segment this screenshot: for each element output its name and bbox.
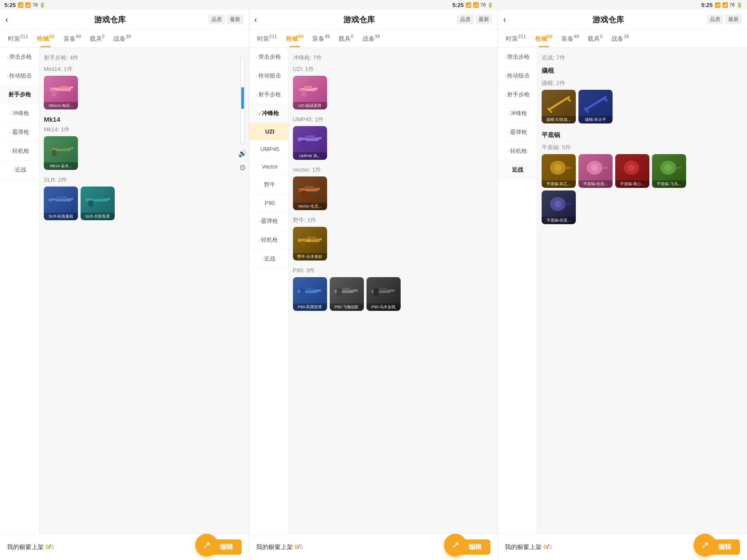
sidebar-p2-melee[interactable]: ›近战 (249, 250, 288, 268)
battery-3: 🔋 (736, 2, 743, 8)
sidebar-p2-assault[interactable]: ›突击步枪 (249, 48, 288, 67)
tab-panel3-supply[interactable]: 战备39 (607, 29, 633, 47)
sidebar-p2-uzi[interactable]: UZI (249, 123, 288, 141)
settings-icon[interactable]: ⚙ (239, 163, 246, 173)
chevron-right-icon: › (13, 168, 14, 173)
gun-card-uzi[interactable]: UZI-硫磺庞窟 (293, 76, 327, 109)
sidebar-p3-lmg[interactable]: ›轻机枪 (498, 142, 537, 161)
panel-1-main: 射手步枪: 4件 Mini14: 1件 (39, 48, 249, 534)
gun-card-name-pan5: 平底锅-缤英... (542, 217, 576, 224)
svg-point-63 (628, 164, 635, 171)
gun-card-img-pan2 (578, 154, 613, 180)
panel-3-back-btn[interactable]: ‹ (503, 14, 510, 25)
sidebar-p1-lmg[interactable]: ›轻机枪 (0, 142, 39, 161)
section-p90: P90: 3件 P90-莉藻投弹 (293, 267, 493, 311)
export-btn-3[interactable]: ↗ (694, 534, 716, 556)
sidebar-p3-assault[interactable]: ›突击步枪 (498, 48, 537, 67)
tab-panel1-vehicle[interactable]: 载具0 (85, 29, 109, 47)
tab-panel3-costume[interactable]: 时装211 (501, 29, 530, 47)
tab-panel2-vehicle[interactable]: 载具0 (334, 29, 358, 47)
tab-panel2-guns[interactable]: 枪械56 (282, 29, 308, 47)
sidebar-p2-p90[interactable]: P90 (249, 194, 288, 212)
panel-2-back-btn[interactable]: ‹ (254, 14, 261, 25)
sidebar-p2-vector[interactable]: Vector (249, 158, 288, 176)
tab-panel2-equip[interactable]: 装备49 (308, 29, 334, 47)
sidebar-p2-smg[interactable]: ∨冲锋枪 (249, 104, 288, 123)
volume-icon[interactable]: 🔊 (238, 149, 247, 158)
gun-card-img-uzi (293, 76, 327, 102)
sidebar-p1-bolt[interactable]: ›栓动狙击 (0, 67, 39, 85)
sidebar-p3-bolt[interactable]: ›栓动狙击 (498, 67, 537, 85)
tab-panel2-supply[interactable]: 战备39 (358, 29, 384, 47)
panel-1-footer: 我的橱窗上架 0/5 ↗ 编辑 (0, 534, 249, 560)
panel-3-sidebar: ›突击步枪 ›栓动狙击 ›射手步枪 ›冲锋枪 ›霰弹枪 ›轻机枪 (498, 48, 537, 534)
sidebar-p3-marksman[interactable]: ›射手步枪 (498, 85, 537, 104)
export-btn-2[interactable]: ↗ (444, 534, 467, 556)
sidebar-p1-assault[interactable]: ›突击步枪 (0, 48, 39, 67)
sidebar-p3-melee[interactable]: 近战 (498, 161, 537, 180)
mini14-grid: Mini14-海训... (44, 76, 244, 109)
sidebar-p3-shotgun[interactable]: ›霰弹枪 (498, 123, 537, 142)
gun-card-p90-2[interactable]: P90-飞魄战影 (330, 277, 364, 311)
status-time-3: 5:25 (701, 2, 713, 8)
gun-card-pan4[interactable]: 平底锅-飞鸟... (652, 154, 686, 188)
gun-card-ump45[interactable]: UMP45 风... (293, 126, 327, 160)
gun-card-img-pan3 (615, 154, 649, 180)
panel-2-sort-newest[interactable]: 最新 (476, 14, 492, 25)
panel-1-back-btn[interactable]: ‹ (5, 14, 12, 25)
gun-card-vector[interactable]: Vector-生态... (293, 176, 327, 210)
panel-1-sort-newest[interactable]: 最新 (227, 14, 243, 25)
sidebar-p2-marksman[interactable]: ›射手步枪 (249, 85, 288, 104)
gun-card-mk14[interactable]: Mk14-朵木... (44, 136, 78, 170)
chevron-right-icon: › (10, 111, 11, 116)
sidebar-p2-lmg[interactable]: ›轻机枪 (249, 231, 288, 250)
gun-card-pan5[interactable]: 平底锅-缤英... (542, 190, 576, 224)
svg-rect-24 (305, 135, 315, 138)
svg-rect-4 (49, 88, 52, 90)
gun-card-crowbar2[interactable]: 撬棍-坏太平 (578, 90, 613, 123)
gun-card-crowbar1[interactable]: 撬棍-幻世战... (542, 90, 576, 123)
svg-rect-31 (298, 189, 301, 191)
panel-2-sort-quality[interactable]: 品质 (457, 14, 474, 25)
crowbar-count: 撬棍: 2件 (542, 79, 743, 87)
svg-point-66 (665, 164, 672, 171)
tab-panel3-guns[interactable]: 枪械56 (531, 29, 557, 47)
gun-card-img-slr1 (44, 187, 78, 213)
sidebar-p2-bolt[interactable]: ›栓动狙击 (249, 67, 288, 85)
gun-card-pan2[interactable]: 平底锅-枯燕... (578, 154, 613, 188)
tab-panel1-guns[interactable]: 枪械56 (32, 29, 59, 47)
sidebar-p2-bison[interactable]: 野牛 (249, 176, 288, 194)
gun-card-slr2[interactable]: SLR-月影氛霏 (81, 187, 115, 220)
gun-card-slr1[interactable]: SLR-枯燕蓬箱 (44, 187, 78, 220)
gun-card-img-pan4 (652, 154, 686, 180)
sidebar-p1-marksman[interactable]: 射手步枪 (0, 85, 39, 104)
panel-3-sort-newest[interactable]: 最新 (725, 14, 742, 25)
export-btn-1[interactable]: ↗ (195, 534, 218, 556)
tab-panel3-vehicle[interactable]: 载具0 (583, 29, 607, 47)
sidebar-p2-shotgun[interactable]: ›霰弹枪 (249, 212, 288, 231)
sidebar-p2-ump45[interactable]: UMP45 (249, 141, 288, 158)
chevron-right-icon: › (7, 74, 8, 78)
sidebar-p1-melee[interactable]: ›近战 (0, 161, 39, 180)
section-mk14: Mk14 Mk14: 1件 (44, 116, 244, 170)
gun-card-pan1[interactable]: 平底锅-坏乙... (542, 154, 576, 188)
svg-line-49 (549, 97, 569, 109)
gun-card-pan3[interactable]: 平底锅-蕉心... (615, 154, 649, 188)
gun-card-p90-3[interactable]: P90-乌木金线 (366, 277, 401, 311)
tab-panel1-costume[interactable]: 时装211 (4, 29, 32, 47)
svg-rect-12 (52, 201, 56, 207)
sidebar-p3-smg[interactable]: ›冲锋枪 (498, 104, 537, 123)
gun-card-bison[interactable]: 野牛-台木食欲 (293, 227, 327, 261)
tab-panel1-equip[interactable]: 装备49 (59, 29, 85, 47)
gun-card-mini14[interactable]: Mini14-海训... (44, 76, 78, 109)
panel-1-sort-quality[interactable]: 品质 (208, 14, 225, 25)
sidebar-p1-shotgun[interactable]: ›霰弹枪 (0, 123, 39, 142)
gun-card-p90-1[interactable]: P90-莉藻投弹 (293, 277, 327, 311)
tab-panel2-costume[interactable]: 时装211 (253, 29, 282, 47)
tab-panel3-equip[interactable]: 装备49 (557, 29, 583, 47)
sidebar-p1-smg[interactable]: ›冲锋枪 (0, 104, 39, 123)
panel-3-sort-quality[interactable]: 品质 (707, 14, 723, 25)
gun-card-name-p90-1: P90-莉藻投弹 (293, 303, 327, 311)
panel-2-body: ›突击步枪 ›栓动狙击 ›射手步枪 ∨冲锋枪 UZI UMP45 (249, 48, 498, 534)
tab-panel1-supply[interactable]: 战备39 (109, 29, 135, 47)
